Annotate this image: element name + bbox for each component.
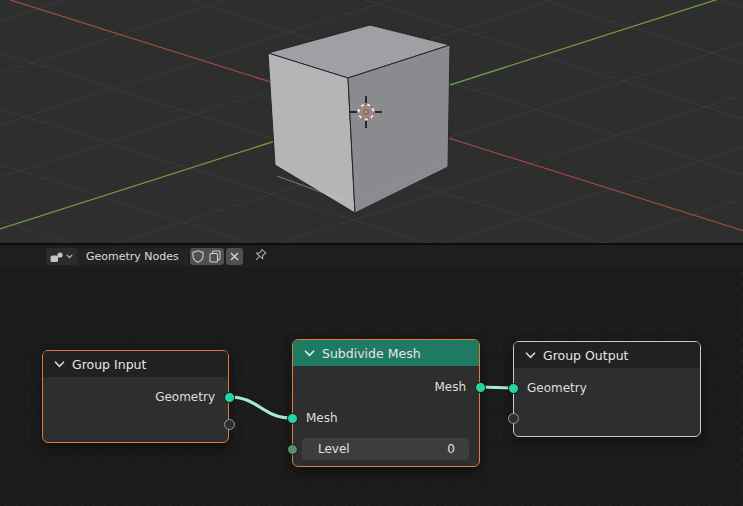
socket-input-level[interactable] — [287, 444, 298, 455]
nodetree-icon — [50, 251, 63, 263]
unlink-button[interactable] — [226, 248, 243, 265]
chevron-down-icon — [66, 254, 73, 259]
node-group-output[interactable]: Group Output Geometry — [513, 341, 701, 437]
socket-input-mesh[interactable] — [287, 413, 298, 424]
collapse-chevron-icon[interactable] — [304, 350, 315, 357]
socket-output-geometry[interactable] — [224, 392, 235, 403]
link-groupinput-to-subdivide[interactable] — [229, 397, 292, 418]
level-field-label: Level — [318, 442, 350, 456]
fake-user-shield-button[interactable] — [190, 248, 207, 265]
shield-icon — [192, 250, 204, 263]
level-number-field[interactable]: Level 0 — [302, 438, 469, 460]
pin-icon — [253, 249, 268, 264]
node-group-input[interactable]: Group Input Geometry — [42, 350, 229, 443]
socket-input-geometry[interactable] — [508, 383, 519, 394]
node-header: Subdivide Mesh — [293, 340, 479, 366]
node-tree-name-field[interactable]: Geometry Nodes — [77, 248, 188, 265]
x-icon — [230, 252, 239, 261]
input-label-geometry: Geometry — [527, 380, 587, 396]
pin-button[interactable] — [253, 249, 268, 264]
duplicate-icon — [209, 250, 221, 263]
new-copy-button[interactable] — [207, 248, 224, 265]
collapse-chevron-icon[interactable] — [54, 361, 65, 368]
node-title: Subdivide Mesh — [322, 346, 421, 361]
socket-virtual-input[interactable] — [508, 413, 519, 424]
node-tree-selector-button[interactable] — [46, 248, 77, 265]
socket-output-mesh[interactable] — [475, 382, 486, 393]
object-origin-dot — [364, 110, 368, 114]
output-label-geometry: Geometry — [155, 389, 215, 405]
socket-virtual-output[interactable] — [224, 419, 235, 430]
node-title: Group Output — [543, 348, 628, 363]
collapse-chevron-icon[interactable] — [525, 352, 536, 359]
node-title: Group Input — [72, 357, 146, 372]
level-field-value: 0 — [447, 442, 455, 456]
blender-window: Geometry Nodes — [0, 0, 743, 506]
viewport-3d[interactable] — [0, 0, 743, 243]
node-header: Group Output — [514, 342, 700, 368]
node-editor-header: Geometry Nodes — [0, 243, 743, 268]
node-subdivide-mesh[interactable]: Subdivide Mesh Mesh Mesh Level 0 — [292, 339, 480, 467]
node-tree-id-block: Geometry Nodes — [46, 248, 268, 265]
node-header: Group Input — [43, 351, 228, 377]
output-label-mesh: Mesh — [434, 379, 466, 395]
node-editor-canvas[interactable]: Group Input Geometry Subdivide Mesh Mesh… — [0, 268, 743, 506]
id-block-buttons — [190, 248, 224, 265]
input-label-mesh: Mesh — [306, 410, 338, 426]
